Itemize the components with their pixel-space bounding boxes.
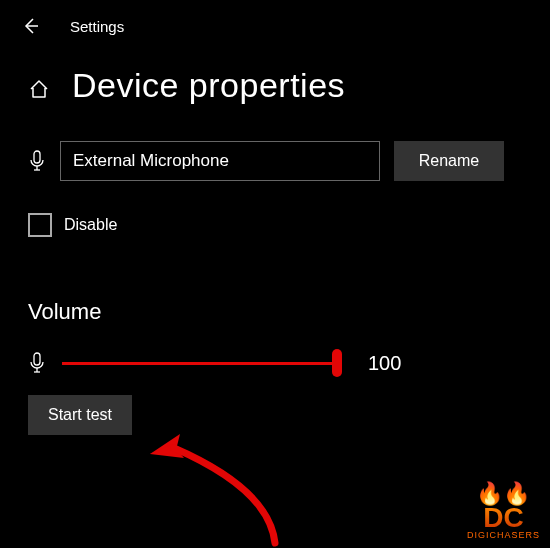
page-title: Device properties	[72, 66, 345, 105]
svg-rect-4	[34, 353, 40, 365]
rename-button[interactable]: Rename	[394, 141, 504, 181]
volume-section-title: Volume	[0, 247, 550, 329]
start-test-button[interactable]: Start test	[28, 395, 132, 435]
svg-rect-1	[34, 151, 40, 163]
header-title: Settings	[70, 18, 124, 35]
home-icon[interactable]	[28, 78, 50, 100]
disable-checkbox[interactable]	[28, 213, 52, 237]
microphone-icon	[28, 352, 46, 374]
back-button[interactable]	[20, 16, 40, 36]
slider-thumb[interactable]	[332, 349, 342, 377]
disable-label: Disable	[64, 216, 117, 234]
slider-track	[62, 362, 342, 365]
device-name-input[interactable]	[60, 141, 380, 181]
volume-value: 100	[368, 352, 401, 375]
volume-slider[interactable]	[62, 351, 342, 375]
microphone-icon	[28, 150, 46, 172]
watermark: 🔥🔥 DC DIGICHASERS	[467, 483, 540, 540]
